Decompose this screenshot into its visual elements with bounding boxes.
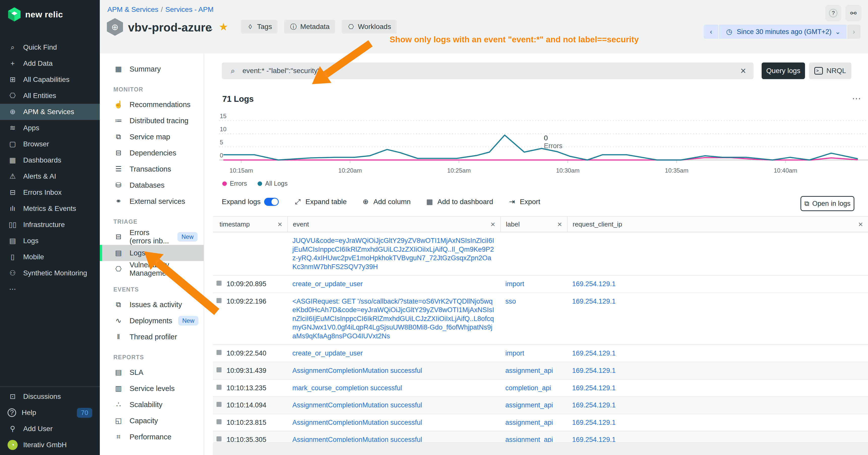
subnav-item-errors-errors-inb[interactable]: ⊟Errors (errors inb...New: [100, 229, 204, 245]
sidebar-item-apm-services[interactable]: ⊕APM & Services: [0, 104, 100, 120]
event-link[interactable]: AssignmentCompletionMutation successful: [292, 419, 422, 426]
help-button[interactable]: ?: [825, 5, 841, 21]
ip-link[interactable]: 169.254.129.1: [572, 350, 616, 357]
row-expand-handle[interactable]: [217, 402, 221, 407]
sidebar-item-account[interactable]: ◔Iterativ GmbH: [0, 437, 100, 453]
event-link[interactable]: create_or_update_user: [292, 280, 363, 288]
remove-column-icon[interactable]: ×: [491, 220, 495, 229]
subnav-item-thread-profiler[interactable]: ‖Thread profiler: [100, 329, 204, 345]
subnav-item-scalability[interactable]: ∴Scalability: [100, 396, 204, 413]
label-link[interactable]: assignment_api: [505, 367, 553, 375]
sidebar-item-discussions[interactable]: ⊡Discussions: [0, 389, 100, 404]
add-to-dashboard-button[interactable]: ▦ Add to dashboard: [425, 197, 493, 206]
new-relic-logo[interactable]: new relic: [0, 0, 100, 27]
label-link[interactable]: assignment_api: [505, 419, 553, 426]
table-row[interactable]: 10:09:22.196<ASGIRequest: GET '/sso/call…: [213, 293, 868, 345]
subnav-item-transactions[interactable]: ☰Transactions: [100, 161, 204, 177]
sidebar-item-errors-inbox[interactable]: ⊟Errors Inbox: [0, 185, 100, 200]
ip-link[interactable]: 169.254.129.1: [572, 297, 616, 305]
event-link[interactable]: mark_course_completion successful: [292, 384, 402, 392]
row-expand-handle[interactable]: [217, 436, 221, 442]
breadcrumb-services-apm[interactable]: Services - APM: [165, 5, 214, 13]
table-row[interactable]: 10:10:23.815AssignmentCompletionMutation…: [213, 414, 868, 431]
legend-item-all-logs[interactable]: All Logs: [257, 180, 287, 187]
sidebar-item-help[interactable]: ?Help70: [0, 404, 100, 421]
time-forward-button[interactable]: ›: [847, 25, 861, 39]
sidebar-item-all-entities[interactable]: ⎔All Entities: [0, 88, 100, 104]
subnav-item-deployments[interactable]: ∿DeploymentsNew: [100, 313, 204, 329]
open-in-logs-button[interactable]: ⧉ Open in logs: [801, 196, 855, 211]
ip-link[interactable]: 169.254.129.1: [572, 401, 616, 409]
log-query-input[interactable]: [243, 67, 735, 75]
sidebar-item-logs[interactable]: ▤Logs: [0, 233, 100, 249]
sidebar-item-all-capabilities[interactable]: ⊞All Capabilities: [0, 71, 100, 88]
label-link[interactable]: sso: [505, 297, 516, 305]
query-logs-button[interactable]: Query logs: [762, 63, 805, 79]
title-chevron-down-icon[interactable]: ⌄: [207, 23, 214, 33]
event-link[interactable]: JUQVU&code=eyJraWQiOiJjcGltY29yZV8wOTI1M…: [292, 237, 494, 270]
log-search-bar[interactable]: ⌕ ×: [222, 63, 753, 79]
sidebar-item-apps[interactable]: ≋Apps: [0, 120, 100, 136]
legend-item-errors[interactable]: Errors: [222, 180, 247, 187]
row-expand-handle[interactable]: [217, 385, 221, 390]
ip-link[interactable]: 169.254.129.1: [572, 419, 616, 426]
time-range-button[interactable]: ◷ Since 30 minutes ago (GMT+2) ⌄: [719, 25, 846, 39]
sidebar-item-infrastructure[interactable]: ▯▯Infrastructure: [0, 217, 100, 233]
subnav-item-logs[interactable]: ▤Logs: [100, 245, 204, 261]
table-row[interactable]: 10:10:14.094AssignmentCompletionMutation…: [213, 397, 868, 414]
nrql-button[interactable]: >_ NRQL: [809, 63, 851, 79]
row-expand-handle[interactable]: [217, 367, 221, 372]
label-link[interactable]: import: [505, 350, 524, 357]
ip-link[interactable]: 169.254.129.1: [572, 367, 616, 375]
subnav-item-distributed-tracing[interactable]: ≔Distributed tracing: [100, 112, 204, 129]
remove-column-icon[interactable]: ×: [858, 220, 863, 229]
remove-column-icon[interactable]: ×: [278, 220, 282, 229]
favorite-star-icon[interactable]: ★: [219, 21, 228, 33]
label-link[interactable]: completion_api: [505, 384, 551, 392]
expand-logs-toggle[interactable]: [264, 198, 279, 206]
table-row[interactable]: 10:09:20.895create_or_update_userimport1…: [213, 275, 868, 293]
col-header-timestamp[interactable]: timestamp ×: [213, 217, 287, 232]
expand-table-button[interactable]: ⤢ Expand table: [293, 197, 346, 206]
add-column-button[interactable]: ⊕ Add column: [362, 197, 411, 206]
col-header-label[interactable]: label ×: [500, 217, 567, 232]
event-link[interactable]: AssignmentCompletionMutation successful: [292, 401, 422, 409]
table-row[interactable]: 10:09:31.439AssignmentCompletionMutation…: [213, 362, 868, 380]
row-expand-handle[interactable]: [217, 298, 221, 303]
subnav-item-service-map[interactable]: ⧉Service map: [100, 129, 204, 145]
sidebar-item-browser[interactable]: ▢Browser: [0, 136, 100, 152]
subnav-item-service-levels[interactable]: ▥Service levels: [100, 381, 204, 396]
ip-link[interactable]: 169.254.129.1: [572, 280, 616, 288]
subnav-item-sla[interactable]: ▤SLA: [100, 364, 204, 381]
permalink-button[interactable]: ⚯: [845, 5, 862, 21]
subnav-item-external-services[interactable]: ⚭External services: [100, 193, 204, 209]
sidebar-item-more[interactable]: ⋯: [0, 281, 100, 297]
panel-menu-icon[interactable]: ⋯: [852, 93, 862, 104]
label-link[interactable]: import: [505, 280, 524, 288]
ip-link[interactable]: 169.254.129.1: [572, 384, 616, 392]
row-expand-handle[interactable]: [217, 350, 221, 355]
subnav-item-vulnerability-management[interactable]: ⎔Vulnerability Management: [100, 261, 204, 277]
subnav-item-dependencies[interactable]: ⊟Dependencies: [100, 145, 204, 161]
col-header-event[interactable]: event ×: [287, 217, 500, 232]
workloads-button[interactable]: ⎔Workloads: [342, 20, 397, 34]
subnav-item-performance[interactable]: ⌗Performance: [100, 429, 204, 445]
event-link[interactable]: create_or_update_user: [292, 350, 363, 357]
sidebar-item-add-user[interactable]: ⚲Add User: [0, 421, 100, 437]
row-expand-handle[interactable]: [217, 419, 221, 424]
subnav-item-issues-activity[interactable]: ⧉Issues & activity: [100, 296, 204, 313]
subnav-item-databases[interactable]: ⛁Databases: [100, 177, 204, 193]
sidebar-item-metrics-events[interactable]: ılıMetrics & Events: [0, 200, 100, 217]
table-scrollbar-track[interactable]: [213, 442, 868, 455]
time-back-button[interactable]: ‹: [704, 25, 718, 39]
table-row[interactable]: JUQVU&code=eyJraWQiOiJjcGltY29yZV8wOTI1M…: [213, 232, 868, 275]
sidebar-item-quick-find[interactable]: ⌕Quick Find: [0, 39, 100, 56]
clear-query-icon[interactable]: ×: [739, 65, 747, 76]
table-row[interactable]: 10:09:22.540create_or_update_userimport1…: [213, 345, 868, 362]
table-row[interactable]: 10:10:13.235mark_course_completion succe…: [213, 380, 868, 397]
sidebar-item-dashboards[interactable]: ▦Dashboards: [0, 152, 100, 168]
breadcrumb-apm-services[interactable]: APM & Services: [107, 5, 158, 13]
event-link[interactable]: <ASGIRequest: GET '/sso/callback/?state=…: [292, 297, 494, 340]
subnav-item-summary[interactable]: ▦Summary: [100, 61, 204, 77]
metadata-button[interactable]: ⓘMetadata: [284, 20, 335, 34]
